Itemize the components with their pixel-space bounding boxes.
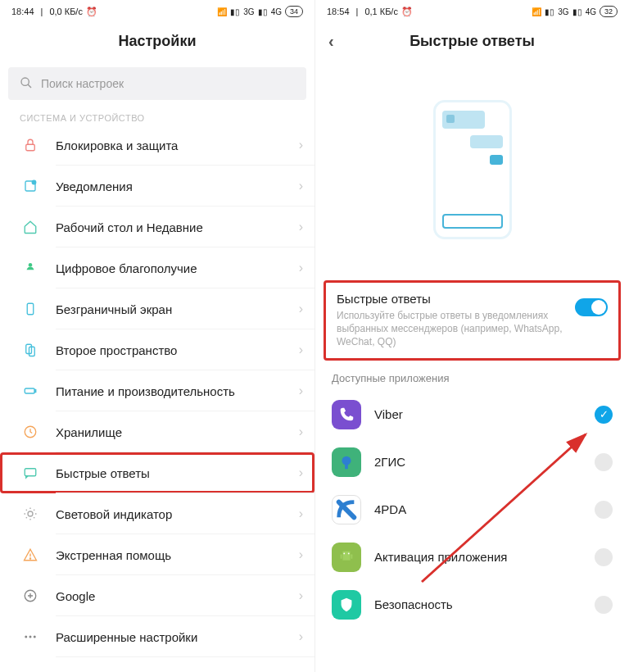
settings-item-led[interactable]: Световой индикатор› [0,493,314,534]
svg-point-24 [348,552,350,554]
status-bar: 18:54 | 0,1 КБ/с ⏰ 📶 ▮▯ 3G ▮▯ 4G 32 [315,0,629,23]
app-radio[interactable] [595,596,613,614]
svg-point-15 [29,558,30,559]
led-icon [20,506,41,521]
settings-item-advanced[interactable]: Расширенные настройки› [0,616,314,657]
chevron-right-icon: › [299,384,303,398]
activate-app-icon [332,543,361,572]
chevron-right-icon: › [299,465,303,480]
settings-item-lock[interactable]: Блокировка и защита› [0,125,314,166]
chevron-right-icon: › [299,138,303,152]
signal-icon-2: ▮▯ [572,7,582,16]
signal-icon: ▮▯ [230,7,240,16]
chevron-right-icon: › [299,547,303,562]
app-label: Viber [374,407,581,421]
item-label: Хранилище [56,425,299,439]
apps-list: Viber✓2ГИС4PDAАктивация приложенияБезопа… [315,391,629,629]
search-input[interactable] [8,67,306,100]
wifi-icon: 📶 [532,7,541,16]
quick-replies-screen: 18:54 | 0,1 КБ/с ⏰ 📶 ▮▯ 3G ▮▯ 4G 32 ‹ Бы… [314,0,629,672]
app-radio[interactable] [595,501,613,519]
signal-icon-2: ▮▯ [258,7,268,16]
settings-item-google[interactable]: Google› [0,575,314,616]
page-title: Быстрые ответы [410,33,535,50]
item-label: Цифровое благополучие [56,261,299,275]
app-radio[interactable] [595,453,613,471]
illustration [315,59,629,280]
status-speed: 0,1 КБ/с [364,7,398,16]
settings-item-wellbeing[interactable]: Цифровое благополучие› [0,247,314,288]
viber-app-icon [332,400,361,429]
fullscreen-icon [20,302,41,316]
search-icon [20,76,33,92]
settings-item-quick-replies[interactable]: Быстрые ответы› [0,452,314,493]
settings-item-notifications[interactable]: Уведомления› [0,166,314,207]
status-net2: 4G [586,7,596,16]
chevron-right-icon: › [299,506,303,521]
chevron-right-icon: › [299,343,303,357]
battery-icon [20,384,41,398]
settings-item-storage[interactable]: Хранилище› [0,411,314,452]
google-icon [20,588,41,603]
sos-icon [20,547,41,562]
chevron-right-icon: › [299,629,303,644]
settings-item-fullscreen[interactable]: Безграничный экран› [0,288,314,329]
notifications-icon [20,179,41,193]
quick-replies-toggle-card: Быстрые ответы Используйте быстрые ответ… [324,280,621,361]
item-label: Быстрые ответы [56,466,299,480]
home-icon [20,220,41,234]
settings-list: Блокировка и защита›Уведомления›Рабочий … [0,125,314,657]
item-label: Блокировка и защита [56,138,299,152]
app-row-activate[interactable]: Активация приложения [315,534,629,581]
chevron-right-icon: › [299,588,303,603]
storage-icon [20,425,41,439]
quick-replies-toggle[interactable] [575,298,608,316]
settings-item-second-space[interactable]: Второе пространство› [0,329,314,370]
status-net2: 4G [271,7,282,16]
advanced-icon [20,629,41,644]
svg-point-0 [21,78,29,85]
app-label: Активация приложения [374,550,581,564]
battery-icon: 32 [600,6,618,17]
chevron-right-icon: › [299,261,303,275]
toggle-title: Быстрые ответы [337,292,567,306]
lock-icon [20,138,41,152]
chevron-right-icon: › [299,179,303,193]
svg-point-13 [28,511,33,516]
app-row-viber[interactable]: Viber✓ [315,391,629,438]
app-radio[interactable]: ✓ [595,406,613,424]
section-header: СИСТЕМА И УСТРОЙСТВО [0,105,314,125]
item-label: Безграничный экран [56,302,299,316]
svg-line-1 [28,84,31,88]
item-label: Световой индикатор [56,507,299,521]
page-header: ‹ Быстрые ответы [315,23,629,59]
app-label: Безопасность [374,597,581,611]
svg-point-17 [25,636,27,638]
svg-point-18 [29,636,32,638]
settings-item-sos[interactable]: Экстренная помощь› [0,534,314,575]
app-row-4pda[interactable]: 4PDA [315,486,629,534]
available-apps-label: Доступные приложения [315,372,629,391]
svg-rect-2 [26,144,35,151]
status-net1: 3G [243,7,254,16]
app-radio[interactable] [595,548,613,566]
settings-item-battery[interactable]: Питание и производительность› [0,370,314,411]
app-label: 2ГИС [374,455,581,469]
svg-point-5 [29,263,33,267]
app-row-security[interactable]: Безопасность [315,581,629,629]
chevron-right-icon: › [299,302,303,316]
item-label: Google [56,589,299,603]
svg-point-4 [32,180,36,184]
svg-rect-6 [27,303,34,315]
back-button[interactable]: ‹ [328,32,334,51]
signal-icon: ▮▯ [545,7,554,16]
alarm-icon: ⏰ [86,7,97,17]
chevron-right-icon: › [299,220,303,234]
status-bar: 18:44 | 0,0 КБ/с ⏰ 📶 ▮▯ 3G ▮▯ 4G 34 [0,0,314,23]
app-row-2gis[interactable]: 2ГИС [315,438,629,486]
second-space-icon [20,343,41,357]
4pda-app-icon [332,495,361,524]
toggle-desc: Используйте быстрые ответы в уведомления… [337,309,567,349]
settings-item-home[interactable]: Рабочий стол и Недавние› [0,207,314,247]
svg-point-23 [343,552,345,554]
